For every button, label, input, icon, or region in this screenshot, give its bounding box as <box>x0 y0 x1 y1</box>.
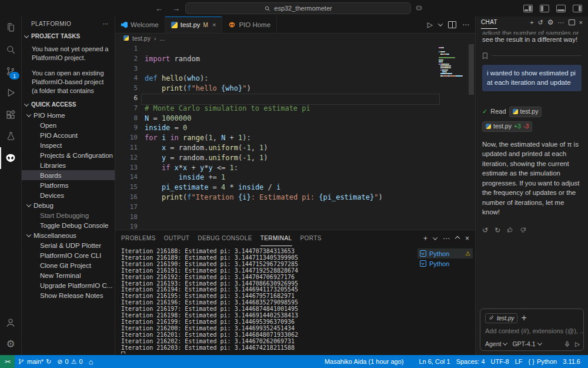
toggle-primary-sidebar-icon[interactable] <box>540 5 549 12</box>
new-chat-icon[interactable]: + <box>530 19 533 26</box>
sidebar-item-start-debugging[interactable]: Start Debugging <box>22 210 115 220</box>
panel-tab-output[interactable]: OUTPUT <box>164 230 190 246</box>
tab-welcome[interactable]: Welcome <box>115 16 165 33</box>
model-picker[interactable]: GPT-4.1 <box>512 340 541 347</box>
sidebar-item-inspect[interactable]: Inspect <box>22 140 115 150</box>
run-debug-icon[interactable] <box>0 82 21 104</box>
search-view-icon[interactable] <box>0 38 21 60</box>
terminal-output[interactable]: Iteration 216188: Estimated pi: 3.144707… <box>121 248 415 354</box>
send-icon[interactable]: ▷ <box>575 340 580 347</box>
indentation-status[interactable]: Spaces: 4 <box>453 355 488 368</box>
close-icon[interactable]: × <box>212 21 216 28</box>
python-version-status[interactable]: 3.11.6 <box>560 355 583 368</box>
add-context-icon[interactable]: + <box>521 313 526 323</box>
sidebar-item-upgrade-platformio-c[interactable]: Upgrade PlatformIO C... <box>22 280 115 290</box>
toggle-panel-icon[interactable] <box>556 5 566 12</box>
pio-home-status[interactable]: ⌂ <box>86 355 96 368</box>
sidebar-item-devices[interactable]: Devices <box>22 190 115 200</box>
breadcrumb[interactable]: test.py › ... <box>115 33 475 43</box>
sidebar-item-open[interactable]: Open <box>22 120 115 130</box>
toggle-secondary-sidebar-icon[interactable] <box>573 5 582 12</box>
sidebar-item-projects-configuration[interactable]: Projects & Configuration <box>22 150 115 160</box>
undo-icon[interactable]: ↺ <box>482 226 488 236</box>
cursor-position-status[interactable]: Ln 6, Col 1 <box>416 355 453 368</box>
remote-indicator[interactable]: >< <box>0 355 15 368</box>
sidebar-item-pio-account[interactable]: PIO Account <box>22 130 115 140</box>
errors-icon: ⊘ <box>57 358 62 366</box>
chat-more-icon[interactable]: ⋯ <box>558 19 564 26</box>
thumbs-down-icon[interactable] <box>520 227 526 233</box>
customize-layout-icon[interactable] <box>523 5 533 12</box>
open-chat-in-editor-icon[interactable] <box>569 19 575 25</box>
code-editor[interactable]: 12345678910111213141516171819 import ran… <box>115 43 475 230</box>
problems-status[interactable]: ⊘ 0 ⚠ 0 <box>54 355 85 368</box>
eol-status[interactable]: LF <box>512 355 526 368</box>
terminal-dropdown-icon[interactable] <box>433 235 437 240</box>
sidebar-item-toggle-debug-console[interactable]: Toggle Debug Console <box>22 220 115 230</box>
maximize-panel-icon[interactable] <box>455 236 460 240</box>
terminal-cursor <box>121 352 125 354</box>
sidebar-item-clone-git-project[interactable]: Clone Git Project <box>22 260 115 270</box>
chat-settings-icon[interactable]: ⚙ <box>547 18 554 26</box>
settings-gear-icon[interactable]: ⚙ <box>0 333 21 355</box>
sidebar-item-new-terminal[interactable]: New Terminal <box>22 270 115 280</box>
chat-input-box[interactable]: test.py + Add context (#), extensions (@… <box>480 309 584 351</box>
chat-history-icon[interactable]: ↺ <box>538 19 543 26</box>
account-icon[interactable] <box>0 311 21 333</box>
tree-group-pio-home[interactable]: PIO Home <box>22 110 115 120</box>
forward-icon[interactable]: → <box>172 4 180 13</box>
mic-icon[interactable] <box>564 341 570 347</box>
command-center-search[interactable]: esp32_thermometer <box>185 2 411 14</box>
file-chip[interactable]: test.py <box>509 107 542 117</box>
panel-tab-problems[interactable]: PROBLEMS <box>121 230 156 246</box>
testing-icon[interactable] <box>0 125 21 147</box>
extensions-icon[interactable] <box>0 104 21 125</box>
panel-tab-debug-console[interactable]: DEBUG CONSOLE <box>198 230 252 246</box>
branch-status[interactable]: main* ↻ <box>15 355 54 368</box>
back-icon[interactable]: ← <box>155 4 163 13</box>
context-chip[interactable]: test.py <box>485 313 517 323</box>
source-control-icon[interactable]: 1 <box>0 60 21 82</box>
chat-tab[interactable]: CHAT <box>481 16 497 29</box>
terminal-process-python-0[interactable]: Python⚠ <box>417 248 473 258</box>
sidebar-item-platforms[interactable]: Platforms <box>22 180 115 190</box>
language-status[interactable]: { } Python <box>526 355 560 368</box>
tab-test-py[interactable]: test.py M × <box>165 16 223 33</box>
mode-picker[interactable]: Agent <box>485 340 507 347</box>
new-terminal-icon[interactable]: + <box>423 234 427 243</box>
close-panel-icon[interactable]: × <box>465 234 469 243</box>
terminal-process-python-1[interactable]: Python <box>417 258 473 268</box>
panel-more-icon[interactable]: ⋯ <box>443 234 450 243</box>
encoding-status[interactable]: UTF-8 <box>488 355 512 368</box>
editor-more-actions-icon[interactable]: ⋯ <box>462 21 469 29</box>
split-editor-icon[interactable] <box>448 21 456 28</box>
sidebar-more-icon[interactable]: ⋯ <box>103 21 109 27</box>
section-project-tasks[interactable]: PROJECT TASKS <box>22 31 115 42</box>
python-file-icon <box>513 109 518 114</box>
redo-icon[interactable]: ↻ <box>495 226 500 236</box>
sidebar-item-serial-udp-plotter[interactable]: Serial & UDP Plotter <box>22 240 115 250</box>
diff-file-chip[interactable]: test.py +3 -3 <box>482 121 532 132</box>
thumbs-up-icon[interactable] <box>507 227 513 233</box>
section-quick-access[interactable]: QUICK ACCESS <box>22 99 115 110</box>
terminal-icon <box>420 260 426 267</box>
run-python-file-icon[interactable]: ▷ <box>427 21 433 29</box>
editor-scrollbar[interactable] <box>469 44 474 95</box>
tree-group-miscellaneous[interactable]: Miscellaneous <box>22 230 115 240</box>
sidebar-item-platformio-core-cli[interactable]: PlatformIO Core CLI <box>22 250 115 260</box>
tab-pio-home[interactable]: PIO Home <box>222 16 277 33</box>
sidebar-item-boards[interactable]: Boards <box>22 170 115 180</box>
explorer-icon[interactable] <box>0 16 21 38</box>
copilot-icon[interactable] <box>415 4 423 12</box>
tool-read-row[interactable]: ✓ Read test.py <box>482 107 582 117</box>
close-chat-icon[interactable]: × <box>579 19 583 26</box>
minimap[interactable] <box>439 45 466 83</box>
run-dropdown-icon[interactable] <box>438 21 443 26</box>
git-blame-status[interactable]: Masahiko Aida (1 hour ago) <box>322 355 407 368</box>
platformio-icon[interactable] <box>0 147 21 169</box>
sidebar-item-show-release-notes[interactable]: Show Release Notes <box>22 290 115 300</box>
panel-tab-ports[interactable]: PORTS <box>300 230 322 246</box>
panel-tab-terminal[interactable]: TERMINAL <box>260 230 292 246</box>
sidebar-item-libraries[interactable]: Libraries <box>22 160 115 170</box>
tree-group-debug[interactable]: Debug <box>22 200 115 210</box>
